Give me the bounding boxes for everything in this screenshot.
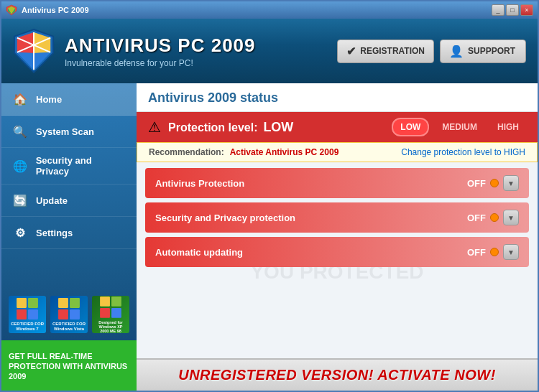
vista-logo-icon [57, 297, 80, 320]
svg-rect-11 [28, 309, 38, 319]
watermark-area: KEEPINGYOU PROTECTED Antivirus Protectio… [137, 162, 538, 358]
close-button[interactable]: × [520, 4, 533, 16]
auto-update-item[interactable]: Automatic updating OFF ▼ [145, 237, 529, 267]
header: ANTIVIRUS PC 2009 Invulnerable defense f… [1, 19, 538, 83]
scan-icon: 🔍 [11, 123, 29, 140]
svg-rect-17 [111, 297, 121, 307]
recommendation-action[interactable]: Activate Antivirus PC 2009 [230, 147, 339, 157]
support-button[interactable]: 👤 SUPPPORT [440, 39, 526, 63]
scan-label: System Scan [36, 126, 94, 137]
antivirus-chevron-icon[interactable]: ▼ [503, 175, 519, 191]
main-layout: 🏠 Home 🔍 System Scan 🌐 Security and Priv… [1, 83, 538, 391]
maximize-button[interactable]: □ [506, 4, 519, 16]
titlebar-controls: _ □ × [492, 4, 533, 16]
sidebar: 🏠 Home 🔍 System Scan 🌐 Security and Priv… [1, 83, 137, 391]
recommendation-bar: Recommendation: Activate Antivirus PC 20… [137, 142, 538, 162]
badge-xp: Designed forWindows XP2000 ME 98 [92, 296, 129, 333]
app-subtitle: Invulnerable defense for your PC! [65, 58, 256, 68]
auto-update-right: OFF ▼ [467, 244, 519, 260]
protection-left: ⚠ Protection level: LOW [148, 118, 293, 136]
svg-rect-18 [100, 308, 110, 318]
minimize-button[interactable]: _ [492, 4, 505, 16]
protection-text: Protection level: LOW [168, 120, 293, 135]
registration-icon: ✔ [346, 45, 356, 58]
sidebar-item-security-privacy[interactable]: 🌐 Security and Privacy [1, 148, 137, 185]
sidebar-item-settings[interactable]: ⚙ Settings [1, 217, 137, 249]
content-area: Antivirus 2009 status ⚠ Protection level… [137, 83, 538, 391]
svg-rect-12 [58, 298, 68, 308]
svg-rect-9 [28, 298, 38, 308]
security-privacy-chevron-icon[interactable]: ▼ [503, 210, 519, 225]
warning-icon: ⚠ [148, 118, 161, 136]
badge-vista: CERTIFIED FORWindows Vista [50, 296, 88, 333]
header-left: ANTIVIRUS PC 2009 Invulnerable defense f… [13, 28, 256, 74]
settings-label: Settings [36, 228, 73, 238]
sidebar-nav: 🏠 Home 🔍 System Scan 🌐 Security and Priv… [1, 83, 137, 289]
support-icon: 👤 [449, 45, 464, 58]
home-icon: 🏠 [11, 90, 29, 108]
change-protection-link[interactable]: Change protection level to HIGH [401, 147, 525, 157]
registration-label: REGISTRATION [360, 46, 425, 56]
auto-update-dot [490, 248, 499, 256]
update-label: Update [36, 195, 68, 206]
update-icon: 🔄 [11, 192, 29, 209]
sidebar-item-update[interactable]: 🔄 Update [1, 185, 137, 217]
antivirus-status: OFF [467, 178, 486, 189]
svg-rect-8 [17, 298, 27, 308]
svg-rect-14 [58, 309, 68, 319]
protection-levels: LOW MEDIUM HIGH [392, 118, 526, 136]
sidebar-item-home[interactable]: 🏠 Home [1, 83, 137, 116]
header-buttons: ✔ REGISTRATION 👤 SUPPPORT [337, 39, 526, 63]
shield-logo [13, 28, 55, 74]
security-privacy-right: OFF ▼ [467, 210, 519, 225]
antivirus-protection-item[interactable]: Antivirus Protection OFF ▼ [145, 168, 529, 198]
auto-update-chevron-icon[interactable]: ▼ [503, 244, 519, 260]
security-privacy-name: Security and Privacy protection [155, 213, 295, 223]
badge-windows7: CERTIFIED FORWindows 7 [9, 296, 46, 333]
activate-text[interactable]: UNREGISTERED VERSION! ACTIVATE NOW! [178, 367, 496, 383]
promo-text: GET FULL REAL-TIME PROTECTION WITH ANTIV… [9, 351, 129, 382]
level-medium[interactable]: MEDIUM [435, 119, 484, 135]
svg-rect-16 [100, 297, 110, 307]
titlebar: Antivirus PC 2009 _ □ × [1, 1, 538, 19]
recommendation-left: Recommendation: Activate Antivirus PC 20… [149, 147, 338, 157]
protection-items: Antivirus Protection OFF ▼ Security and … [137, 162, 538, 273]
protection-label: Protection level: [168, 121, 257, 134]
content-header: Antivirus 2009 status [137, 83, 538, 112]
security-privacy-dot [490, 213, 499, 222]
antivirus-status-dot [490, 179, 499, 187]
auto-update-status: OFF [467, 247, 486, 258]
protection-level-text: LOW [263, 120, 293, 134]
svg-rect-19 [111, 308, 121, 318]
app-title: ANTIVIRUS PC 2009 [65, 34, 256, 57]
level-high[interactable]: HIGH [490, 119, 526, 135]
security-privacy-item[interactable]: Security and Privacy protection OFF ▼ [145, 202, 529, 233]
sidebar-promo[interactable]: GET FULL REAL-TIME PROTECTION WITH ANTIV… [1, 340, 137, 391]
certification-badges: CERTIFIED FORWindows 7 CERTIFIED FORWind… [1, 289, 137, 340]
auto-update-name: Automatic updating [155, 247, 243, 258]
status-section: ⚠ Protection level: LOW LOW MEDIUM HIGH [137, 112, 538, 391]
protection-bar: ⚠ Protection level: LOW LOW MEDIUM HIGH [137, 112, 538, 142]
settings-icon: ⚙ [11, 224, 29, 241]
security-label: Security and Privacy [36, 155, 126, 177]
security-icon: 🌐 [11, 157, 29, 174]
content-title: Antivirus 2009 status [148, 90, 526, 106]
security-privacy-status: OFF [467, 213, 486, 223]
main-window: Antivirus PC 2009 _ □ × [0, 0, 539, 392]
win7-logo-icon [16, 297, 39, 320]
level-low[interactable]: LOW [392, 118, 429, 136]
svg-rect-10 [17, 309, 27, 319]
home-label: Home [36, 94, 62, 105]
sidebar-item-system-scan[interactable]: 🔍 System Scan [1, 116, 137, 148]
titlebar-icon [6, 4, 17, 16]
recommendation-label: Recommendation: [149, 147, 224, 157]
svg-rect-13 [70, 298, 80, 308]
header-text: ANTIVIRUS PC 2009 Invulnerable defense f… [65, 34, 256, 68]
registration-button[interactable]: ✔ REGISTRATION [337, 39, 434, 63]
svg-rect-15 [70, 309, 80, 319]
titlebar-title: Antivirus PC 2009 [22, 6, 89, 14]
antivirus-name: Antivirus Protection [155, 178, 244, 189]
activate-bar: UNREGISTERED VERSION! ACTIVATE NOW! [137, 358, 538, 391]
support-label: SUPPPORT [468, 46, 515, 56]
xp-logo-icon [99, 296, 122, 319]
